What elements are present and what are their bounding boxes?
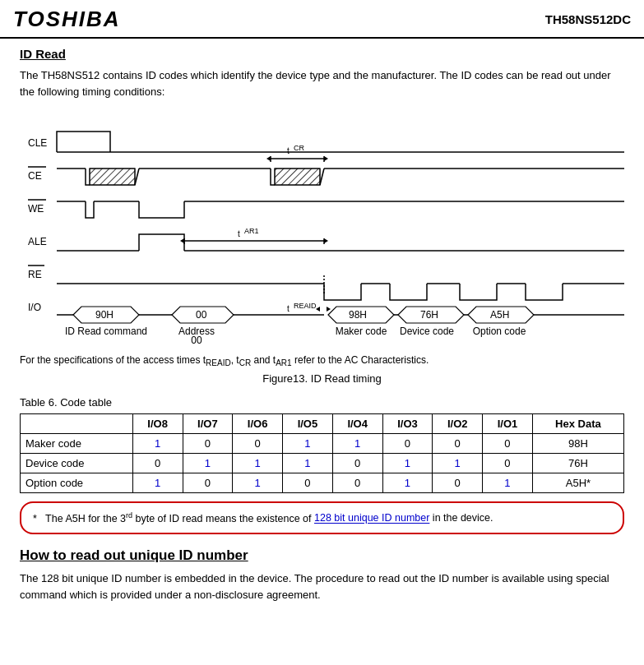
how-to-section: How to read out unique ID number The 128… (20, 547, 624, 603)
timing-svg: CLE CE WE ALE RE I/O (20, 111, 624, 349)
we-pulse1 (86, 201, 94, 218)
treaid-arrow-left (316, 307, 320, 312)
cell-2-3: 0 (283, 473, 333, 493)
cell-1-1: 1 (183, 454, 233, 473)
tcr-arrow-left (266, 156, 271, 161)
ce-hatch1 (90, 169, 135, 185)
tcr-arrow-right (324, 156, 328, 161)
io-device-label: Device code (400, 326, 454, 337)
table-section: Table 6. Code table I/O8 I/O7 I/O6 I/O5 … (20, 396, 624, 493)
hex-2: A5H* (532, 473, 623, 493)
cell-2-6: 0 (433, 473, 483, 493)
cell-0-6: 0 (433, 434, 483, 454)
cle-label: CLE (28, 137, 47, 149)
table-body: Maker code1001100098HDevice code01110110… (21, 434, 624, 493)
hex-0: 98H (532, 434, 623, 454)
cell-0-7: 0 (483, 434, 533, 454)
ce-drop2 (271, 169, 275, 185)
tar1-sub: AR1 (244, 227, 259, 235)
ce-hatch2 (275, 169, 320, 185)
tar1-arrow-right (324, 238, 328, 243)
ale-label: ALE (28, 236, 47, 247)
row-label-0: Maker code (21, 434, 133, 454)
figure-caption: Figure13. ID Read timing (20, 372, 624, 385)
cell-2-1: 0 (183, 473, 233, 493)
table-header-row: I/O8 I/O7 I/O6 I/O5 I/O4 I/O3 I/O2 I/O1 … (21, 414, 624, 434)
note-star: * The A5H for the 3rd byte of ID read me… (33, 513, 314, 524)
ce-drop1 (86, 169, 90, 185)
col-header-io6: I/O6 (233, 414, 283, 434)
treaid-sub: REAID (294, 302, 317, 310)
table-row: Option code10100101A5H* (21, 473, 624, 493)
tcr-sub: CR (294, 144, 304, 152)
cell-0-5: 0 (382, 434, 433, 454)
we-label: WE (28, 203, 44, 215)
part-number: TH58NS512DC (545, 12, 631, 26)
toshiba-logo: TOSHIBA (13, 7, 121, 32)
table-row: Device code0111011076H (21, 454, 624, 473)
col-header-hex: Hex Data (532, 414, 623, 434)
re-pulse3 (460, 284, 497, 300)
cell-0-0: 1 (132, 434, 183, 454)
cell-0-3: 1 (283, 434, 333, 454)
cell-1-3: 1 (283, 454, 333, 473)
cell-0-4: 1 (332, 434, 382, 454)
col-header-label (21, 414, 133, 434)
col-header-io4: I/O4 (332, 414, 382, 434)
io-98h-text: 98H (349, 309, 367, 321)
io-addr-label2: 00 (191, 335, 202, 346)
ce-rise2 (320, 169, 324, 185)
cell-1-5: 1 (382, 454, 433, 473)
tcr-text: t (287, 146, 290, 155)
io-maker-label: Maker code (336, 326, 387, 337)
cell-1-7: 0 (483, 454, 533, 473)
col-header-io1: I/O1 (483, 414, 533, 434)
io-cmd-label: ID Read command (65, 326, 147, 337)
io-90h-text: 90H (95, 309, 114, 321)
page-header: TOSHIBA TH58NS512DC (0, 0, 644, 39)
col-header-io8: I/O8 (132, 414, 183, 434)
cell-1-2: 1 (233, 454, 283, 473)
treaid-arrow-right (327, 307, 331, 312)
re-pulse4 (526, 284, 563, 300)
id-read-description: The TH58NS512 contains ID codes which id… (20, 67, 624, 99)
row-label-1: Device code (21, 454, 133, 473)
re-pulse1 (324, 284, 361, 300)
io-option-label: Option code (473, 326, 526, 337)
cell-1-0: 0 (132, 454, 183, 473)
cell-2-7: 1 (483, 473, 533, 493)
col-header-io5: I/O5 (283, 414, 333, 434)
hex-1: 76H (532, 454, 623, 473)
cell-2-2: 1 (233, 473, 283, 493)
timing-diagram: CLE CE WE ALE RE I/O (20, 111, 624, 349)
code-table: I/O8 I/O7 I/O6 I/O5 I/O4 I/O3 I/O2 I/O1 … (20, 413, 624, 493)
we-pulse2 (139, 201, 184, 218)
col-header-io3: I/O3 (382, 414, 433, 434)
tar1-text: t (238, 229, 240, 238)
id-read-section: ID Read The TH58NS512 contains ID codes … (20, 47, 624, 99)
cell-0-1: 0 (183, 434, 233, 454)
io-label: I/O (28, 302, 41, 313)
how-to-description: The 128 bit unique ID number is embedded… (20, 570, 624, 603)
cell-2-4: 0 (332, 473, 382, 493)
note-end: in the device. (429, 513, 493, 524)
row-label-2: Option code (21, 473, 133, 493)
cell-2-0: 1 (132, 473, 183, 493)
table-title: Table 6. Code table (20, 396, 624, 409)
io-00-text: 00 (196, 309, 207, 321)
ale-pulse (139, 234, 184, 251)
col-header-io7: I/O7 (183, 414, 233, 434)
cell-2-5: 1 (382, 473, 433, 493)
note-box: * The A5H for the 3rd byte of ID read me… (20, 501, 624, 534)
cell-0-2: 0 (233, 434, 283, 454)
id-read-title: ID Read (20, 47, 624, 61)
cell-1-4: 0 (332, 454, 382, 473)
cle-signal (57, 132, 110, 152)
table-row: Maker code1001100098H (21, 434, 624, 454)
cell-1-6: 1 (433, 454, 483, 473)
re-pulse2 (390, 284, 427, 300)
page-content: ID Read The TH58NS512 contains ID codes … (0, 39, 644, 622)
tar1-arrow-left (180, 238, 184, 243)
ce-label: CE (28, 170, 42, 182)
ce-rise1 (135, 169, 139, 185)
